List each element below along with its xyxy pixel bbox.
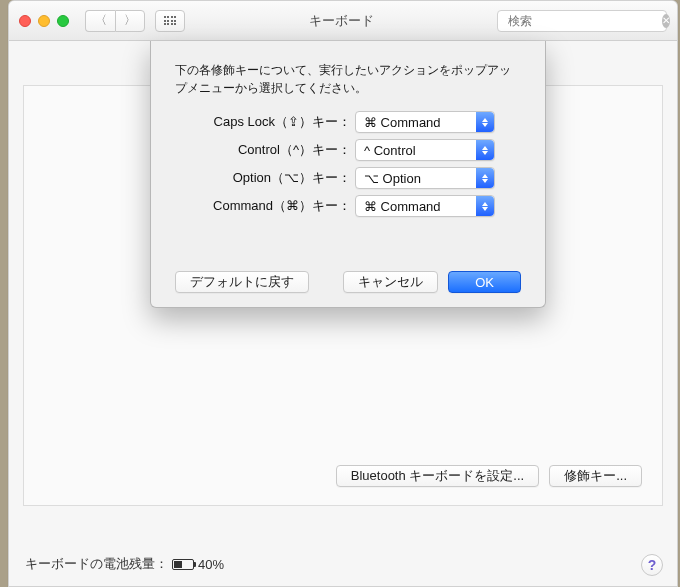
select-control[interactable]: ^ Control (355, 139, 495, 161)
stepper-icon (476, 112, 494, 132)
row-control: Control（^）キー： ^ Control (175, 139, 521, 161)
battery-icon (172, 559, 194, 570)
select-command[interactable]: ⌘ Command (355, 195, 495, 217)
back-button[interactable]: 〈 (85, 10, 115, 32)
bluetooth-setup-button[interactable]: Bluetooth キーボードを設定... (336, 465, 539, 487)
select-value: ⌘ Command (364, 115, 441, 130)
titlebar: 〈 〉 キーボード ✕ (9, 1, 677, 41)
footer: キーボードの電池残量： 40% ? (9, 542, 677, 586)
stepper-icon (476, 196, 494, 216)
row-option: Option（⌥）キー： ⌥ Option (175, 167, 521, 189)
window-title: キーボード (195, 12, 487, 30)
select-value: ^ Control (364, 143, 416, 158)
modifier-keys-sheet: 下の各修飾キーについて、実行したいアクションをポップアップメニューから選択してく… (150, 41, 546, 308)
close-icon[interactable] (19, 15, 31, 27)
select-value: ⌥ Option (364, 171, 421, 186)
stepper-icon (476, 140, 494, 160)
chevron-left-icon: 〈 (95, 12, 107, 29)
label-capslock: Caps Lock（⇪）キー： (175, 113, 355, 131)
window-controls (19, 15, 69, 27)
restore-defaults-button[interactable]: デフォルトに戻す (175, 271, 309, 293)
search-input[interactable] (508, 14, 658, 28)
row-capslock: Caps Lock（⇪）キー： ⌘ Command (175, 111, 521, 133)
chevron-right-icon: 〉 (124, 12, 136, 29)
minimize-icon[interactable] (38, 15, 50, 27)
clear-icon[interactable]: ✕ (662, 14, 670, 28)
select-capslock[interactable]: ⌘ Command (355, 111, 495, 133)
battery-label: キーボードの電池残量： (25, 555, 168, 573)
sheet-buttons: デフォルトに戻す キャンセル OK (175, 271, 521, 293)
modifier-keys-button[interactable]: 修飾キー... (549, 465, 642, 487)
battery-percent: 40% (198, 557, 224, 572)
preferences-window: 〈 〉 キーボード ✕ Bluetooth キーボードを設定... 修飾キー..… (8, 0, 678, 587)
grid-icon (164, 16, 177, 25)
nav-back-forward: 〈 〉 (85, 10, 145, 32)
forward-button[interactable]: 〉 (115, 10, 145, 32)
stepper-icon (476, 168, 494, 188)
help-button[interactable]: ? (641, 554, 663, 576)
sheet-instruction: 下の各修飾キーについて、実行したいアクションをポップアップメニューから選択してく… (175, 61, 521, 97)
select-value: ⌘ Command (364, 199, 441, 214)
cancel-button[interactable]: キャンセル (343, 271, 438, 293)
ok-button[interactable]: OK (448, 271, 521, 293)
label-command: Command（⌘）キー： (175, 197, 355, 215)
zoom-icon[interactable] (57, 15, 69, 27)
show-all-button[interactable] (155, 10, 185, 32)
search-field[interactable]: ✕ (497, 10, 667, 32)
row-command: Command（⌘）キー： ⌘ Command (175, 195, 521, 217)
panel-actions: Bluetooth キーボードを設定... 修飾キー... (336, 465, 642, 487)
label-option: Option（⌥）キー： (175, 169, 355, 187)
select-option[interactable]: ⌥ Option (355, 167, 495, 189)
label-control: Control（^）キー： (175, 141, 355, 159)
